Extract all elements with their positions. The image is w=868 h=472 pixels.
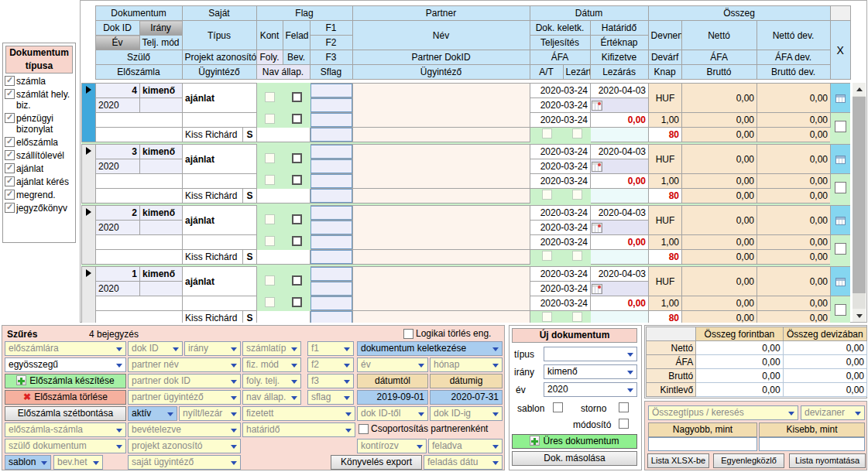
at-checkbox[interactable] bbox=[542, 190, 552, 200]
logical-delete-checkbox[interactable] bbox=[403, 329, 413, 339]
col-header-teljesites[interactable]: Teljesítés bbox=[530, 36, 590, 50]
group-by-partner-checkbox[interactable] bbox=[359, 424, 369, 434]
szulo-dokumentum-select[interactable]: szülő dokumentum bbox=[5, 439, 126, 453]
f1-select[interactable]: f1 bbox=[307, 341, 354, 356]
ures-dokumentum-button[interactable]: Üres dokumentum bbox=[512, 434, 637, 449]
irany-select[interactable]: irány bbox=[184, 341, 241, 356]
partner-nev-select[interactable]: partner név bbox=[128, 357, 241, 372]
foly-checkbox[interactable] bbox=[265, 297, 275, 307]
feladva-select[interactable]: feladva bbox=[428, 439, 503, 453]
kont-checkbox[interactable] bbox=[265, 92, 275, 102]
cell-value-date[interactable] bbox=[591, 159, 649, 174]
calendar-icon[interactable] bbox=[592, 101, 602, 111]
lezart-checkbox[interactable] bbox=[572, 128, 582, 139]
bev-checkbox[interactable] bbox=[292, 114, 302, 124]
col-header-nav-allap[interactable]: Nav állap. bbox=[256, 65, 310, 80]
col-header-knap[interactable]: Knap bbox=[648, 65, 681, 80]
col-header-irany[interactable]: Irány bbox=[139, 21, 182, 36]
col-header-afa-osszeg[interactable]: ÁFA bbox=[681, 50, 756, 65]
calendar-icon[interactable] bbox=[592, 162, 602, 172]
cell-detail-button[interactable] bbox=[831, 267, 850, 296]
col-header-brutto-dev[interactable]: Bruttó dev. bbox=[756, 65, 830, 80]
cell-detail-button[interactable] bbox=[831, 145, 850, 174]
col-header-lezart[interactable]: Lezárt bbox=[563, 65, 590, 80]
cell-value-date[interactable] bbox=[591, 98, 649, 113]
col-header-ugyintezo[interactable]: Ügyintéző bbox=[182, 65, 256, 80]
konyveles-export-button[interactable]: Könyvelés export bbox=[331, 455, 422, 470]
cell-f1[interactable] bbox=[310, 267, 353, 282]
cell-f4[interactable] bbox=[310, 250, 353, 265]
kont-checkbox[interactable] bbox=[265, 275, 275, 286]
cell-f1[interactable] bbox=[310, 84, 353, 98]
cell-value-date[interactable] bbox=[591, 221, 649, 235]
col-header-devnem[interactable]: Devnen bbox=[648, 21, 681, 50]
cell-f3[interactable] bbox=[310, 296, 353, 311]
col-header-foly[interactable]: Foly. bbox=[256, 50, 283, 65]
devizanem-select[interactable]: devizaner bbox=[801, 405, 865, 420]
bev-checkbox[interactable] bbox=[292, 297, 302, 307]
felad-checkbox[interactable] bbox=[292, 92, 302, 102]
bevetelezve-select[interactable]: bevételezve bbox=[128, 422, 241, 437]
col-header-bev[interactable]: Bev. bbox=[283, 50, 310, 65]
col-header-tipus[interactable]: Típus bbox=[182, 21, 256, 50]
col-header-felad[interactable]: Felad bbox=[283, 21, 310, 50]
col-header-at[interactable]: A/T bbox=[530, 65, 563, 80]
col-header-f3[interactable]: F3 bbox=[310, 50, 352, 65]
col-header-projekt[interactable]: Projekt azonosító bbox=[182, 50, 256, 65]
eloszamla-torlese-button[interactable]: ✖Előszámla törlése bbox=[5, 390, 126, 405]
cell-fulfilled-date[interactable]: 2020-03-24 bbox=[530, 159, 591, 174]
kontirozva-select[interactable]: kontírozv bbox=[357, 439, 427, 453]
cell-detail-button[interactable] bbox=[831, 206, 850, 235]
cell-f3[interactable] bbox=[310, 235, 353, 250]
doc-type-checkbox[interactable] bbox=[5, 190, 15, 200]
cell-detail-button[interactable] bbox=[831, 84, 850, 113]
foly-checkbox[interactable] bbox=[265, 175, 275, 185]
col-header-hatarido[interactable]: Határidő bbox=[590, 21, 648, 36]
scroll-up-button[interactable] bbox=[853, 83, 866, 96]
doc-type-checkbox[interactable] bbox=[5, 163, 15, 173]
cell-f3[interactable] bbox=[310, 174, 353, 189]
col-header-devarf[interactable]: Devárf bbox=[648, 50, 681, 65]
col-header-nev[interactable]: Név bbox=[352, 21, 530, 50]
calendar-icon[interactable] bbox=[592, 284, 602, 294]
cell-created-date[interactable]: 2020-03-24 bbox=[530, 84, 591, 98]
col-header-dok-keletk[interactable]: Dok. keletk. bbox=[530, 21, 590, 36]
eloszamlara-select[interactable]: előszámlára bbox=[5, 341, 126, 356]
at-checkbox[interactable] bbox=[542, 251, 552, 261]
cell-vat-date[interactable]: 2020-03-24 bbox=[530, 296, 591, 311]
col-header-ev[interactable]: Év bbox=[95, 36, 139, 50]
col-header-sflag[interactable]: Sflag bbox=[310, 65, 352, 80]
col-header-szulo[interactable]: Szülő bbox=[95, 50, 182, 65]
nav-allap-select[interactable]: nav állap. bbox=[242, 390, 301, 405]
row-selector[interactable] bbox=[82, 206, 96, 265]
cell-deadline[interactable]: 2020-04-03 bbox=[591, 84, 649, 98]
foly-checkbox[interactable] bbox=[265, 114, 275, 124]
col-header-telj-mod[interactable]: Telj. mód bbox=[139, 36, 182, 50]
bev-checkbox[interactable] bbox=[292, 175, 302, 185]
row-selector[interactable] bbox=[82, 145, 96, 204]
row-checkbox[interactable] bbox=[835, 304, 846, 316]
lezart-checkbox[interactable] bbox=[572, 312, 582, 322]
col-header-f2[interactable]: F2 bbox=[310, 36, 352, 50]
col-header-kifizetve[interactable]: Kifizetve bbox=[590, 50, 648, 65]
row-checkbox[interactable] bbox=[835, 243, 846, 255]
col-header-lezaras[interactable]: Lezárás bbox=[590, 65, 648, 80]
col-header-kont[interactable]: Kont bbox=[256, 21, 283, 50]
partner-ugyintezo-select[interactable]: partner ügyintéző bbox=[128, 390, 241, 405]
egyenlegkozlo-button[interactable]: Egyenlegközlő bbox=[713, 453, 784, 468]
eloszamla-keszitese-button[interactable]: Előszámla készítése bbox=[5, 374, 126, 388]
felad-checkbox[interactable] bbox=[292, 214, 302, 224]
cell-vat-date[interactable]: 2020-03-24 bbox=[530, 113, 591, 128]
at-checkbox[interactable] bbox=[542, 128, 552, 139]
osszegtipus-select[interactable]: Összegtípus / keresés bbox=[648, 405, 798, 420]
hatarido-select[interactable]: határidő bbox=[242, 422, 355, 437]
col-header-erteknap[interactable]: Értéknap bbox=[590, 36, 648, 50]
cell-f2[interactable] bbox=[310, 159, 353, 174]
lezart-checkbox[interactable] bbox=[572, 190, 582, 200]
cell-fulfilled-date[interactable]: 2020-03-24 bbox=[530, 98, 591, 113]
new-tipus-select[interactable] bbox=[544, 347, 637, 361]
eloszamla-szetbontasa-button[interactable]: Előszámla szétbontása bbox=[5, 406, 126, 421]
cell-deadline[interactable]: 2020-04-03 bbox=[591, 145, 649, 159]
cell-partner-name[interactable] bbox=[353, 206, 530, 250]
scrollbar-thumb[interactable] bbox=[853, 97, 866, 293]
